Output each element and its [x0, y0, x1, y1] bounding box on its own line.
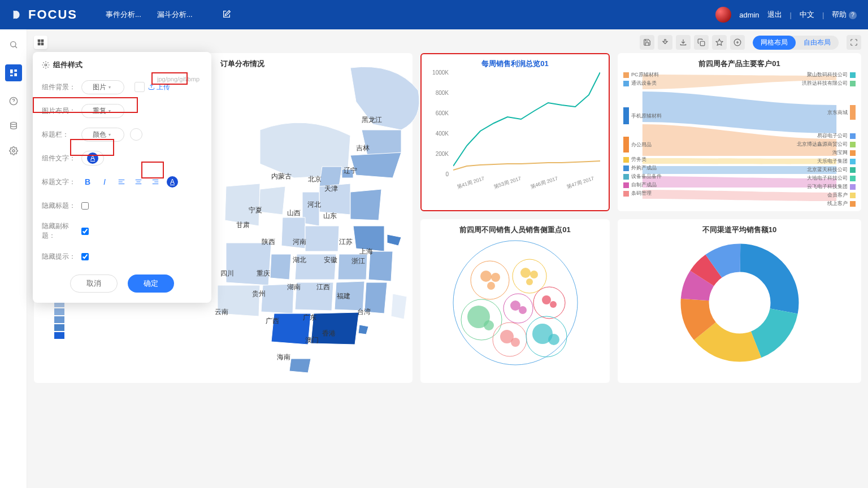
- align-center-button[interactable]: [132, 176, 145, 188]
- china-map: [192, 56, 446, 373]
- svg-point-23: [526, 278, 533, 285]
- svg-rect-4: [10, 75, 13, 76]
- left-sidebar: [0, 29, 27, 488]
- svg-rect-11: [41, 43, 44, 46]
- hide-subtitle-checkbox[interactable]: [81, 228, 89, 235]
- brand-text: FOCUS: [28, 7, 77, 22]
- data-icon[interactable]: [8, 121, 19, 131]
- text-color-icon: A: [87, 152, 98, 164]
- svg-point-21: [520, 268, 531, 278]
- avatar[interactable]: [715, 7, 731, 23]
- title-text-label: 标题文字：: [42, 177, 81, 187]
- align-left-button[interactable]: [115, 176, 128, 188]
- bubble-chart: [426, 235, 604, 371]
- svg-point-29: [519, 306, 527, 314]
- svg-point-46: [45, 64, 47, 66]
- hide-tip-checkbox[interactable]: [81, 253, 89, 260]
- layout-label: 图片布局：: [42, 106, 81, 116]
- svg-point-35: [511, 338, 520, 347]
- bg-select[interactable]: 图片▾: [81, 80, 124, 94]
- edit-icon[interactable]: [222, 10, 231, 20]
- search-icon[interactable]: [8, 40, 19, 50]
- svg-point-20: [513, 259, 546, 293]
- layout-free-pill[interactable]: 自由布局: [796, 36, 839, 50]
- donut-title: 不同渠道平均销售额10: [623, 225, 856, 235]
- toolbar-right: 网格布局 自由布局: [640, 35, 861, 50]
- chevron-down-icon: ▾: [108, 132, 111, 137]
- gear-icon: [42, 61, 50, 69]
- svg-point-0: [10, 42, 15, 47]
- titlebar-color-swatch[interactable]: [130, 128, 142, 141]
- nav-event-analysis[interactable]: 事件分析...: [106, 10, 141, 20]
- upload-hint: jpg/png/gif/bmp: [157, 76, 199, 82]
- lang-link[interactable]: 中文: [800, 10, 814, 20]
- line-chart-title: 每周销售利润总览01: [426, 59, 604, 69]
- svg-marker-13: [716, 39, 723, 45]
- logo-icon: [11, 8, 24, 21]
- settings-icon[interactable]: [8, 146, 19, 156]
- svg-point-22: [530, 271, 538, 278]
- text-color-label: 组件文字：: [42, 154, 81, 163]
- chevron-down-icon: ▾: [108, 108, 111, 114]
- layout-switcher: 网格布局 自由布局: [753, 36, 839, 50]
- svg-rect-2: [14, 69, 17, 72]
- svg-rect-9: [41, 40, 44, 42]
- upload-icon: [148, 84, 155, 90]
- donut-chart: [623, 235, 856, 371]
- italic-button[interactable]: I: [98, 176, 111, 188]
- import-icon[interactable]: [676, 35, 691, 50]
- help-link[interactable]: 帮助 ?: [832, 10, 857, 20]
- svg-point-31: [542, 295, 551, 304]
- brand-logo: FOCUS: [11, 7, 77, 22]
- svg-point-7: [12, 150, 15, 152]
- bubble-title: 前四周不同销售人员销售侧重点01: [426, 225, 604, 235]
- username[interactable]: admin: [739, 11, 759, 19]
- header-right: admin 退出 | 中文 | 帮助 ?: [715, 7, 857, 23]
- svg-point-19: [487, 282, 495, 290]
- app-header: FOCUS 事件分析... 漏斗分析... admin 退出 | 中文 | 帮助…: [0, 0, 868, 29]
- style-popover: 组件样式 组件背景： 图片▾ 上传 jpg/png/gif/bmp 图片布局： …: [33, 52, 211, 303]
- hide-subtitle-label: 隐藏副标题：: [42, 221, 81, 241]
- nav: 事件分析... 漏斗分析...: [106, 10, 231, 20]
- upload-link[interactable]: 上传: [148, 82, 170, 92]
- svg-point-6: [10, 122, 16, 124]
- svg-point-38: [548, 334, 559, 345]
- svg-rect-1: [10, 69, 13, 73]
- upload-preview: [134, 82, 145, 92]
- save-icon[interactable]: [640, 35, 654, 50]
- line-chart-card[interactable]: 每周销售利润总览01 1000K 800K 600K 400K 200K 0 第…: [420, 53, 610, 211]
- align-right-button[interactable]: [149, 176, 162, 188]
- bold-button[interactable]: B: [81, 176, 94, 188]
- hide-tip-label: 隐藏提示：: [42, 252, 81, 262]
- grid-toggle-icon[interactable]: [34, 36, 47, 49]
- titlebar-select[interactable]: 颜色▾: [81, 128, 124, 142]
- svg-point-32: [550, 301, 557, 308]
- export-icon[interactable]: [658, 35, 672, 50]
- titlebar-label: 标题栏：: [42, 130, 81, 140]
- logout-link[interactable]: 退出: [767, 10, 782, 20]
- bubble-card[interactable]: 前四周不同销售人员销售侧重点01: [420, 219, 610, 383]
- popover-title: 组件样式: [42, 60, 202, 70]
- copy-icon[interactable]: [694, 35, 709, 50]
- svg-point-18: [491, 273, 500, 282]
- bg-label: 组件背景：: [42, 82, 81, 92]
- help-icon[interactable]: [8, 96, 19, 106]
- dashboard-icon[interactable]: [5, 64, 22, 81]
- layout-grid-pill[interactable]: 网格布局: [753, 36, 796, 50]
- fullscreen-icon[interactable]: [847, 35, 861, 50]
- ok-button[interactable]: 确定: [128, 274, 174, 293]
- add-icon[interactable]: [730, 35, 745, 50]
- hide-title-checkbox[interactable]: [81, 202, 89, 210]
- title-text-color-button[interactable]: A: [166, 176, 179, 188]
- cancel-button[interactable]: 取消: [70, 274, 118, 293]
- sankey-chart: PC原辅材料 通讯设备类 手机原辅材料 办公用品 劳务类 外购产成品 设备备品备…: [623, 71, 856, 207]
- text-color-button[interactable]: A: [81, 151, 104, 165]
- chevron-down-icon: ▾: [108, 85, 111, 90]
- donut-card[interactable]: 不同渠道平均销售额10: [618, 219, 861, 383]
- sankey-title: 前四周各产品主要客户01: [623, 59, 856, 69]
- svg-point-26: [484, 320, 494, 330]
- nav-funnel-analysis[interactable]: 漏斗分析...: [157, 10, 193, 20]
- layout-select[interactable]: 重复▾: [81, 104, 124, 118]
- star-icon[interactable]: [712, 35, 727, 50]
- sankey-card[interactable]: 前四周各产品主要客户01 PC原辅材料 通讯设备类 手机原辅材料 办公用品 劳务…: [618, 53, 861, 211]
